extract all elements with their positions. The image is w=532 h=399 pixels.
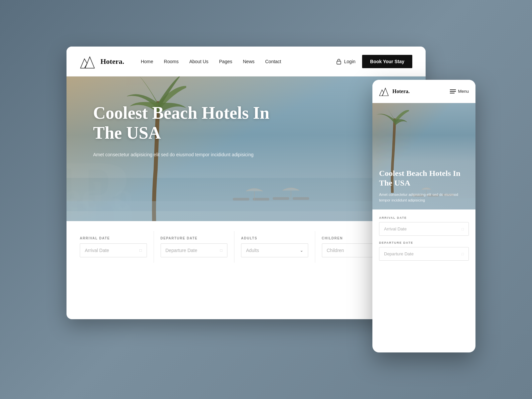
- hamburger-icon: [450, 89, 456, 93]
- hero-title: Coolest Beach Hotels In The USA: [93, 103, 286, 143]
- mobile-hero-content: Coolest Beach Hotels In The USA Amet con…: [379, 169, 469, 203]
- mobile-hero: Coolest Beach Hotels In The USA Amet con…: [372, 103, 475, 209]
- hero-content: Coolest Beach Hotels In The USA Amet con…: [93, 103, 286, 158]
- mobile-brand-name: Hotera.: [392, 88, 410, 94]
- desktop-nav: Home Rooms About Us Pages News Contact: [141, 59, 336, 64]
- nav-rooms[interactable]: Rooms: [164, 59, 179, 64]
- svg-rect-2: [233, 198, 249, 200]
- departure-date-input[interactable]: Departure Date □: [161, 243, 228, 257]
- desktop-hero: Coolest Beach Hotels In The USA Amet con…: [66, 76, 426, 273]
- logo-area[interactable]: Hotera.: [80, 54, 124, 69]
- children-placeholder: Children: [327, 248, 344, 253]
- desktop-mockup: Hotera. Home Rooms About Us Pages News C…: [66, 47, 426, 319]
- login-label: Login: [344, 59, 355, 64]
- header-actions: Login Book Your Stay: [336, 55, 412, 68]
- mobile-departure-label: DEPARTURE DATE: [379, 241, 469, 244]
- calendar-icon-arrival: □: [139, 248, 142, 253]
- mobile-arrival-placeholder: Arrival Date: [384, 226, 407, 231]
- svg-rect-1: [66, 201, 426, 221]
- svg-rect-0: [337, 61, 341, 64]
- scene-container: Hotera. Home Rooms About Us Pages News C…: [66, 47, 466, 352]
- mobile-logo-area[interactable]: Hotera.: [379, 87, 410, 96]
- nav-about[interactable]: About Us: [189, 59, 208, 64]
- brand-name: Hotera.: [100, 57, 124, 66]
- beach-scene-svg: [66, 181, 426, 221]
- logo-icon: [80, 54, 97, 69]
- svg-rect-4: [273, 197, 289, 200]
- mobile-arrival-input[interactable]: Arrival Date □: [379, 222, 469, 236]
- mobile-calendar-icon-arrival: □: [462, 227, 464, 231]
- mobile-booking-form: ARRIVAL DATE Arrival Date □ DEPARTURE DA…: [372, 209, 475, 273]
- arrival-date-placeholder: Arrival Date: [85, 248, 109, 253]
- arrival-date-input[interactable]: Arrival Date □: [80, 243, 147, 257]
- mobile-logo-icon: [379, 87, 390, 96]
- svg-rect-5: [293, 197, 309, 200]
- mobile-hero-subtitle: Amet consectetur adipisicing elit sed do…: [379, 192, 469, 203]
- chevron-down-icon: ⌄: [300, 248, 303, 253]
- adults-select[interactable]: Adults ⌄: [241, 243, 308, 257]
- nav-news[interactable]: News: [243, 59, 254, 64]
- mobile-departure-placeholder: Departure Date: [384, 251, 414, 256]
- hero-subtitle: Amet consectetur adipisicing elit sed do…: [93, 151, 286, 158]
- svg-rect-3: [253, 198, 269, 200]
- book-stay-button[interactable]: Book Your Stay: [362, 55, 412, 68]
- arrival-date-label: ARRIVAL DATE: [80, 236, 147, 240]
- nav-contact[interactable]: Contact: [265, 59, 281, 64]
- mobile-menu-button[interactable]: Menu: [450, 89, 469, 94]
- mobile-menu-label: Menu: [458, 89, 469, 94]
- login-button[interactable]: Login: [336, 59, 355, 65]
- calendar-icon-departure: □: [220, 248, 222, 253]
- desktop-header: Hotera. Home Rooms About Us Pages News C…: [66, 47, 426, 76]
- departure-date-group: DEPARTURE DATE Departure Date □: [154, 231, 235, 263]
- mobile-mockup: Hotera. Menu: [372, 80, 475, 352]
- mobile-departure-input[interactable]: Departure Date □: [379, 247, 469, 261]
- adults-placeholder: Adults: [246, 248, 259, 253]
- adults-label: ADULTS: [241, 236, 308, 240]
- departure-date-placeholder: Departure Date: [166, 248, 198, 253]
- adults-group: ADULTS Adults ⌄: [234, 231, 315, 263]
- lock-icon: [336, 59, 341, 65]
- mobile-header: Hotera. Menu: [372, 80, 475, 103]
- departure-date-label: DEPARTURE DATE: [161, 236, 228, 240]
- mobile-calendar-icon-departure: □: [462, 252, 464, 256]
- arrival-date-group: ARRIVAL DATE Arrival Date □: [73, 231, 154, 263]
- booking-form: ARRIVAL DATE Arrival Date □ DEPARTURE DA…: [66, 221, 426, 273]
- nav-pages[interactable]: Pages: [219, 59, 232, 64]
- mobile-hero-title: Coolest Beach Hotels In The USA: [379, 169, 469, 188]
- nav-home[interactable]: Home: [141, 59, 153, 64]
- mobile-arrival-label: ARRIVAL DATE: [379, 216, 469, 219]
